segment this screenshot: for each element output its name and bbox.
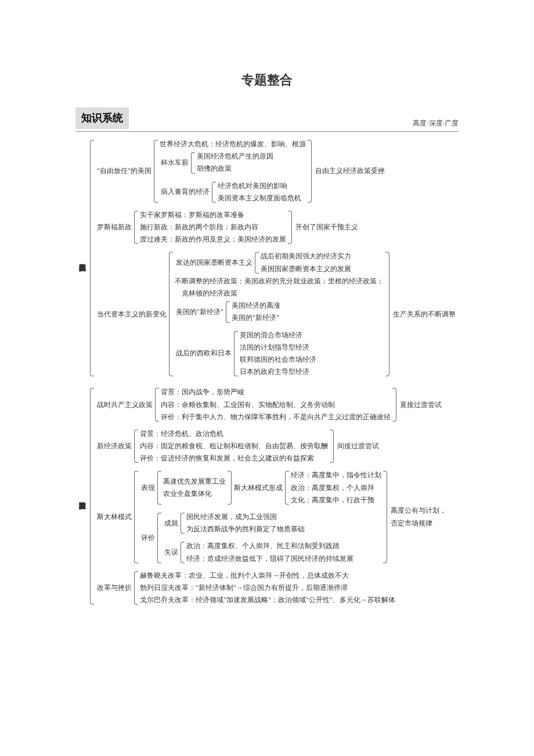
leaf-text: 赫鲁晓夫改革：农业、工业，批判个人崇拜→开创性，总体成效不大 xyxy=(140,570,395,581)
section-rule xyxy=(75,131,459,132)
brace-icon xyxy=(134,429,139,465)
node-label: 当代资本主义的新变化 xyxy=(96,309,168,320)
node-label: 战时共产主义政策 xyxy=(96,399,154,411)
leaf-text: 战后初期美国强大的经济实力 xyxy=(261,251,351,262)
node-label: 病入膏肓的经济 xyxy=(160,186,211,197)
leaf-text: 政治：高度集权，个人崇拜 xyxy=(291,483,381,494)
brace-icon xyxy=(191,151,196,174)
leaf-text: 文化：高度集中，行政干预 xyxy=(291,495,381,506)
brace-icon xyxy=(287,210,292,246)
leaf-text: 评价：促进经济的恢复和发展，社会主义建设的有益探索 xyxy=(140,453,328,464)
brace-icon xyxy=(154,139,158,204)
result-text: 高度公有与计划， xyxy=(388,505,446,516)
ussr-block: 苏联社会主义建设的经验与教训 战时共产主义政策 背景：国内战争，形势严峻 内容：… xyxy=(75,387,459,606)
leaf-text: 克林顿的经济政策 xyxy=(175,288,384,299)
leaf-text: 美国国家垄断资本主义的发展 xyxy=(261,264,351,275)
ussr-nep: 新经济政策 背景：经济危机、政治危机 内容：固定的粮食税、租让制和租借制、自由贸… xyxy=(96,429,446,465)
leaf-text: 为反法西斯战争的胜利奠定了物质基础 xyxy=(186,524,305,535)
leaf-text: 高速优先发展重工业 xyxy=(163,476,226,487)
us-newdeal: 罗斯福新政 实干家罗斯福：罗斯福的改革准备 施行新政：新政的两个阶段；新政内容 … xyxy=(96,210,456,246)
leaf-text: 日本的政府主导型经济 xyxy=(240,366,316,377)
node-label: 战后的西欧和日本 xyxy=(175,348,233,359)
leaf-text: 施行新政：新政的两个阶段；新政内容 xyxy=(140,222,286,233)
node-label: 罗斯福新政 xyxy=(96,222,133,233)
brace-icon xyxy=(385,251,389,377)
node-label: 新经济政策 xyxy=(96,441,133,452)
leaf-text: 实干家罗斯福：罗斯福的改革准备 xyxy=(140,210,286,221)
node-label: 失误 xyxy=(163,547,179,558)
brace-icon xyxy=(307,139,312,204)
result-text: 开创了国家干预主义 xyxy=(293,222,358,233)
us-root-label: 罗斯福新政与当代资本主义的新变化 xyxy=(75,257,89,260)
us-block: 罗斯福新政与当代资本主义的新变化 "自由放任"的美国 世界经济大危机：经济危机的… xyxy=(75,139,459,377)
brace-icon xyxy=(157,512,162,564)
leaf-text: 渡过难关：新政的作用及意义；美国经济的发展 xyxy=(140,234,286,245)
leaf-text: 评价：利于集中人力、物力保障军事胜利，不是向共产主义过渡的正确途径 xyxy=(161,412,391,423)
leaf-text: 背景：经济危机、政治危机 xyxy=(140,429,328,440)
brace-icon xyxy=(181,512,185,535)
us-laissez: "自由放任"的美国 世界经济大危机：经济危机的爆发、影响、根源 杯水车薪 美国经… xyxy=(96,139,456,204)
brace-icon xyxy=(392,387,396,423)
leaf-text: 国民经济发展，成为工业强国 xyxy=(186,512,305,523)
brace-icon xyxy=(169,251,174,377)
leaf-text: 勃列日涅夫改革："新经济体制"→综合国力有所提升，后期逐渐停滞 xyxy=(140,582,395,593)
brace-icon xyxy=(134,210,139,246)
node-label: 改革与挫折 xyxy=(96,582,133,593)
section-label: 知识系统 xyxy=(75,107,129,129)
leaf-text: 经济：高度集中，指令性计划 xyxy=(291,470,381,481)
node-label: 发达的国家垄断资本主义 xyxy=(175,257,254,268)
leaf-text: 背景：国内战争，形势严峻 xyxy=(161,387,391,398)
result-text: 自由主义经济政策受挫 xyxy=(313,165,385,177)
node-label: 斯大林模式形成 xyxy=(233,483,284,494)
brace-icon xyxy=(255,251,259,274)
ussr-war: 战时共产主义政策 背景：国内战争，形势严峻 内容：余粮收集制、工业国有、实物配给… xyxy=(96,387,446,423)
leaf-text: 经济危机对美国的影响 xyxy=(218,181,301,192)
brace-icon xyxy=(212,181,217,204)
brace-icon xyxy=(234,330,239,378)
brace-icon xyxy=(383,470,387,564)
node-label: 成就 xyxy=(163,518,179,529)
result-text: 否定市场规律 xyxy=(388,518,446,529)
leaf-text: 不断调整的经济政策：美国政府的充分就业政策；里根的经济政策； xyxy=(175,276,384,287)
leaf-text: 内容：余粮收集制、工业国有、实物配给制、义务劳动制 xyxy=(161,399,391,411)
node-label: "自由放任"的美国 xyxy=(96,165,153,177)
page-title: 专题整合 xyxy=(75,70,459,90)
leaf-text: 戈尔巴乔夫改革：经济领域"加速发展战略"；政治领域"公开性"、多元化→苏联解体 xyxy=(140,595,395,606)
leaf-text: 胡佛的政策 xyxy=(197,163,273,174)
result-text: 直接过渡尝试 xyxy=(398,399,442,411)
ussr-root-label: 苏联社会主义建设的经验与教训 xyxy=(75,495,89,498)
leaf-text: 法国的计划指导型经济 xyxy=(240,342,316,353)
brace-icon xyxy=(157,470,162,506)
brace-icon xyxy=(329,429,334,465)
node-label: 杯水车薪 xyxy=(160,157,190,168)
leaf-text: 美国资本主义制度面临危机 xyxy=(218,193,301,204)
ussr-reform: 改革与挫折 赫鲁晓夫改革：农业、工业，批判个人崇拜→开创性，总体成效不大 勃列日… xyxy=(96,570,446,606)
section-header: 知识系统 高度·深度·广度 xyxy=(75,107,459,129)
brace-icon xyxy=(90,139,95,377)
result-text: 生产关系的不断调整 xyxy=(391,309,456,320)
leaf-text: 美国的"新经济" xyxy=(232,312,280,323)
brace-icon xyxy=(226,300,230,323)
brace-icon xyxy=(90,387,95,606)
node-label: 表现 xyxy=(140,483,156,494)
leaf-text: 美国经济的高涨 xyxy=(232,300,280,311)
us-modern: 当代资本主义的新变化 发达的国家垄断资本主义 战后初期美国强大的经济实力 美国国… xyxy=(96,251,456,377)
section-subtitle: 高度·深度·广度 xyxy=(413,118,459,129)
leaf-text: 经济：造成经济效益低下，阻碍了国民经济的持续发展 xyxy=(186,553,353,564)
leaf-text: 政治：高度集权、个人崇拜、民主和法制受到践踏 xyxy=(186,541,353,552)
brace-icon xyxy=(181,541,185,564)
node-label: 评价 xyxy=(140,532,156,543)
node-label: 斯大林模式 xyxy=(96,512,133,523)
brace-icon xyxy=(227,470,232,506)
ussr-stalin: 斯大林模式 表现 高速优先发展重工业 农业全盘集体化 斯大林模式形成 经济：高度… xyxy=(96,470,446,564)
leaf-text: 内容：固定的粮食税、租让制和租借制、自由贸易、按劳取酬 xyxy=(140,441,328,452)
leaf-text: 农业全盘集体化 xyxy=(163,488,226,499)
leaf-text: 英国的混合市场经济 xyxy=(240,330,316,341)
brace-icon xyxy=(285,470,290,506)
leaf-text: 世界经济大危机：经济危机的爆发、影响、根源 xyxy=(160,139,306,150)
brace-icon xyxy=(134,470,139,564)
node-label: 美国的"新经济" xyxy=(175,307,225,318)
leaf-text: 美国经济危机产生的原因 xyxy=(197,151,273,162)
result-text: 间接过渡尝试 xyxy=(335,441,379,452)
leaf-text: 联邦德国的社会市场经济 xyxy=(240,354,316,365)
